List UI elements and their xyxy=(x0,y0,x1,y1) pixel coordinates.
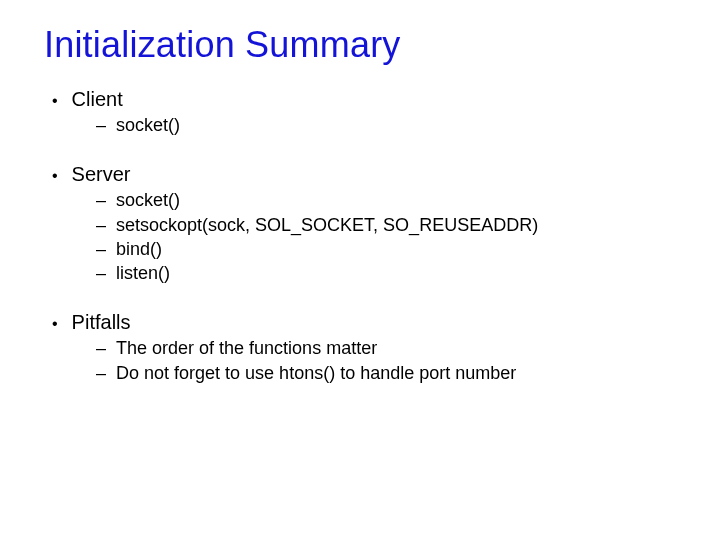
bullet-dot-icon: • xyxy=(52,166,58,185)
section-client: • Client – socket() xyxy=(44,88,676,137)
dash-icon: – xyxy=(96,188,106,212)
section-heading: Client xyxy=(72,88,123,111)
subitem: – Do not forget to use htons() to handle… xyxy=(96,361,676,385)
section-heading: Pitfalls xyxy=(72,311,131,334)
subitem: – socket() xyxy=(96,188,676,212)
section-heading: Server xyxy=(72,163,131,186)
subitem-text: listen() xyxy=(116,261,170,285)
subitem: – setsockopt(sock, SOL_SOCKET, SO_REUSEA… xyxy=(96,213,676,237)
slide-title: Initialization Summary xyxy=(44,24,676,66)
dash-icon: – xyxy=(96,113,106,137)
dash-icon: – xyxy=(96,213,106,237)
dash-icon: – xyxy=(96,336,106,360)
bullet-dot-icon: • xyxy=(52,91,58,110)
dash-icon: – xyxy=(96,261,106,285)
bullet-dot-icon: • xyxy=(52,314,58,333)
subitem: – bind() xyxy=(96,237,676,261)
section-server: • Server – socket() – setsockopt(sock, S… xyxy=(44,163,676,285)
section-pitfalls: • Pitfalls – The order of the functions … xyxy=(44,311,676,385)
subitem-text: The order of the functions matter xyxy=(116,336,377,360)
dash-icon: – xyxy=(96,361,106,385)
bullet-server: • Server xyxy=(52,163,676,186)
subitem-text: socket() xyxy=(116,188,180,212)
subitem-text: Do not forget to use htons() to handle p… xyxy=(116,361,516,385)
bullet-client: • Client xyxy=(52,88,676,111)
subitem-text: bind() xyxy=(116,237,162,261)
subitem: – listen() xyxy=(96,261,676,285)
subitem-text: setsockopt(sock, SOL_SOCKET, SO_REUSEADD… xyxy=(116,213,538,237)
bullet-pitfalls: • Pitfalls xyxy=(52,311,676,334)
subitem-text: socket() xyxy=(116,113,180,137)
dash-icon: – xyxy=(96,237,106,261)
slide: Initialization Summary • Client – socket… xyxy=(0,0,720,435)
subitem: – socket() xyxy=(96,113,676,137)
subitem: – The order of the functions matter xyxy=(96,336,676,360)
